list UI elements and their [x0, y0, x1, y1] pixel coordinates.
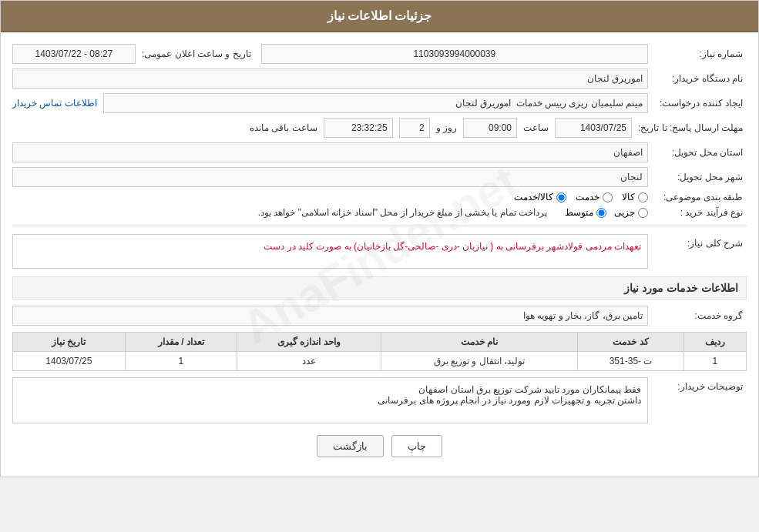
request-number-row: شماره نیاز: تاریخ و ساعت اعلان عمومی: [12, 44, 747, 64]
purchase-motavasset[interactable]: متوسط [565, 207, 606, 218]
purchase-type-radio-group: جزیی متوسط [565, 207, 648, 218]
page-header: جزئیات اطلاعات نیاز [1, 1, 758, 32]
category-radio-group: کالا خدمت کالا/خدمت [514, 192, 648, 202]
col-date: تاریخ نیاز [13, 333, 126, 352]
deadline-row: مهلت ارسال پاسخ: تا تاریخ: ساعت روز و سا… [12, 118, 747, 138]
table-header-row: ردیف کد خدمت نام خدمت واحد اندازه گیری ت… [13, 333, 747, 352]
print-button[interactable]: چاپ [391, 435, 442, 457]
service-group-row: گروه خدمت: [12, 306, 747, 326]
col-quantity: تعداد / مقدار [125, 333, 237, 352]
city-label: شهر محل تحویل: [654, 172, 747, 182]
buyer-org-input [12, 69, 648, 89]
province-label: استان محل تحویل: [654, 147, 747, 158]
need-description-row: شرح کلی نیاز: تعهدات مردمی فولادشهر برفر… [12, 234, 747, 269]
category-khedmat-radio[interactable] [603, 192, 613, 202]
cell-service-name: تولید، انتقال و توزیع برق [381, 352, 578, 371]
creator-row: ایجاد کننده درخواست: اطلاعات تماس خریدار [12, 93, 747, 113]
city-input [12, 167, 648, 187]
category-kala-radio[interactable] [638, 192, 648, 202]
deadline-days-label: روز و [436, 122, 457, 133]
back-button[interactable]: بازگشت [317, 435, 384, 457]
deadline-time-input [463, 118, 517, 138]
category-both-label: کالا/خدمت [514, 192, 553, 202]
purchase-type-label: نوع فرآیند خرید : [654, 207, 747, 218]
services-table-container: ردیف کد خدمت نام خدمت واحد اندازه گیری ت… [12, 332, 747, 371]
contact-link[interactable]: اطلاعات تماس خریدار [12, 98, 97, 109]
province-input [12, 142, 648, 162]
category-both[interactable]: کالا/خدمت [514, 192, 566, 202]
need-description-label: شرح کلی نیاز: [654, 234, 747, 249]
service-group-input [12, 306, 648, 326]
services-table: ردیف کد خدمت نام خدمت واحد اندازه گیری ت… [12, 332, 747, 371]
city-row: شهر محل تحویل: [12, 167, 747, 187]
deadline-time-label: ساعت [523, 122, 549, 133]
cell-date: 1403/07/25 [13, 352, 126, 371]
divider-1 [12, 226, 747, 226]
col-unit: واحد اندازه گیری [237, 333, 381, 352]
category-khedmat-label: خدمت [576, 192, 599, 202]
page-title: جزئیات اطلاعات نیاز [327, 9, 432, 22]
province-row: استان محل تحویل: [12, 142, 747, 162]
services-section-title: اطلاعات خدمات مورد نیاز [12, 276, 747, 299]
purchase-jozyi[interactable]: جزیی [614, 207, 648, 218]
buyer-org-label: نام دستگاه خریدار: [654, 73, 747, 84]
purchase-jozyi-label: جزیی [614, 207, 635, 218]
deadline-remaining-label: ساعت باقی مانده [250, 122, 317, 133]
purchase-jozyi-radio[interactable] [638, 208, 648, 218]
cell-quantity: 1 [125, 352, 237, 371]
category-label: طبقه بندی موضوعی: [654, 192, 747, 202]
purchase-type-row: نوع فرآیند خرید : جزیی متوسط پرداخت تمام… [12, 207, 747, 218]
purchase-motavasset-label: متوسط [565, 207, 593, 218]
creator-input [103, 93, 648, 113]
category-kala-label: کالا [622, 192, 635, 202]
category-kala[interactable]: کالا [622, 192, 648, 202]
purchase-motavasset-radio[interactable] [596, 208, 606, 218]
service-group-label: گروه خدمت: [654, 310, 747, 321]
deadline-date-input [555, 118, 632, 138]
col-row-num: ردیف [683, 333, 746, 352]
sharia-text: پرداخت تمام یا بخشی از مبلغ خریدار از مح… [258, 207, 547, 218]
announce-input [12, 44, 136, 64]
buyer-org-row: نام دستگاه خریدار: [12, 69, 747, 89]
category-both-radio[interactable] [556, 192, 566, 202]
cell-row-num: 1 [683, 352, 746, 371]
deadline-label: مهلت ارسال پاسخ: تا تاریخ: [638, 122, 747, 133]
deadline-days-input [399, 118, 430, 138]
need-description-box: تعهدات مردمی فولادشهر برفرسانی به ( نیاز… [12, 234, 648, 269]
col-service-code: کد خدمت [578, 333, 683, 352]
buyer-notes-label: توضیحات خریدار: [654, 377, 747, 392]
announce-label: تاریخ و ساعت اعلان عمومی: [142, 49, 255, 59]
buttons-row: چاپ بازگشت [12, 435, 747, 457]
cell-service-code: ت -35-351 [578, 352, 683, 371]
cell-unit: عدد [237, 352, 381, 371]
category-khedmat[interactable]: خدمت [576, 192, 613, 202]
buyer-notes-row: توضیحات خریدار: فقط پیمانکاران مورد تایی… [12, 377, 747, 423]
request-number-label: شماره نیاز: [654, 49, 747, 59]
creator-label: ایجاد کننده درخواست: [654, 98, 747, 109]
col-service-name: نام خدمت [381, 333, 578, 352]
request-number-input [261, 44, 648, 64]
deadline-remaining-input [324, 118, 393, 138]
table-row: 1 ت -35-351 تولید، انتقال و توزیع برق عد… [13, 352, 747, 371]
category-row: طبقه بندی موضوعی: کالا خدمت کالا/خدمت [12, 192, 747, 202]
buyer-notes-box: فقط پیمانکاران مورد تایید شرکت توزیع برق… [12, 377, 648, 423]
